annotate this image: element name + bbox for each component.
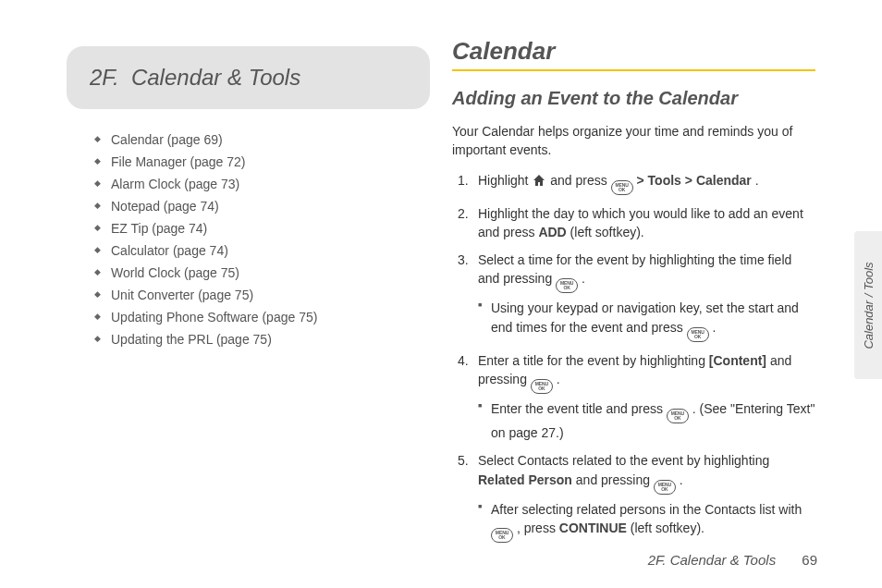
step-3: Select a time for the event by highlight… bbox=[458, 251, 815, 342]
step-text: Select a time for the event by highlight… bbox=[478, 252, 791, 286]
step-text: > bbox=[637, 173, 648, 188]
step-text: and pressing bbox=[576, 472, 654, 487]
calendar-label: Calendar bbox=[696, 173, 752, 188]
sub-text: After selecting related persons in the C… bbox=[491, 502, 802, 517]
left-column: 2F. Calendar & Tools Calendar (page 69) … bbox=[55, 37, 441, 560]
sub-text: . bbox=[713, 320, 717, 335]
right-column: Calendar Adding an Event to the Calendar… bbox=[441, 37, 827, 560]
main-title: Calendar bbox=[452, 37, 815, 71]
sub-list: After selecting related persons in the C… bbox=[478, 500, 815, 543]
toc-item: Alarm Clock (page 73) bbox=[94, 177, 430, 191]
page: 2F. Calendar & Tools Calendar (page 69) … bbox=[0, 0, 882, 588]
menu-ok-icon: MENUOK bbox=[667, 409, 689, 423]
continue-label: CONTINUE bbox=[559, 521, 627, 535]
related-person-label: Related Person bbox=[478, 472, 572, 487]
content-label: [Content] bbox=[709, 353, 766, 368]
step-text: > bbox=[685, 173, 696, 188]
main-subtitle: Adding an Event to the Calendar bbox=[452, 88, 815, 109]
step-text: Highlight bbox=[478, 173, 532, 188]
step-1: Highlight and press MENUOK > Tools > Cal… bbox=[458, 171, 815, 195]
toc-list: Calendar (page 69) File Manager (page 72… bbox=[67, 132, 430, 347]
add-label: ADD bbox=[538, 225, 566, 239]
step-text: . bbox=[557, 372, 560, 386]
step-text: Enter a title for the event by highlight… bbox=[478, 353, 709, 368]
steps-list: Highlight and press MENUOK > Tools > Cal… bbox=[452, 171, 815, 543]
toc-item: Updating Phone Software (page 75) bbox=[94, 310, 430, 325]
sub-item: Enter the event title and press MENUOK .… bbox=[478, 399, 815, 442]
menu-ok-icon: MENUOK bbox=[491, 528, 513, 543]
menu-ok-icon: MENUOK bbox=[531, 379, 553, 394]
page-number: 69 bbox=[802, 552, 817, 568]
sub-item: Using your keypad or navigation key, set… bbox=[478, 299, 815, 341]
step-text: Select Contacts related to the event by … bbox=[478, 453, 769, 468]
toc-item: Notepad (page 74) bbox=[94, 199, 430, 214]
side-tab-label: Calendar / Tools bbox=[862, 262, 876, 349]
toc-item: Unit Converter (page 75) bbox=[94, 288, 430, 302]
menu-ok-icon: MENUOK bbox=[687, 327, 709, 342]
step-text: . bbox=[755, 173, 759, 188]
section-header: 2F. Calendar & Tools bbox=[67, 46, 430, 109]
step-5: Select Contacts related to the event by … bbox=[458, 451, 815, 543]
step-text: . bbox=[680, 472, 683, 487]
sub-text: Using your keypad or navigation key, set… bbox=[491, 300, 799, 334]
menu-ok-icon: MENUOK bbox=[611, 180, 633, 195]
section-title-text: Calendar & Tools bbox=[131, 65, 300, 90]
toc-item: EZ Tip (page 74) bbox=[94, 221, 430, 236]
step-text: . bbox=[582, 271, 585, 286]
sub-text: , press bbox=[517, 521, 559, 535]
side-tab: Calendar / Tools bbox=[854, 231, 882, 379]
sub-item: After selecting related persons in the C… bbox=[478, 500, 815, 543]
sub-list: Using your keypad or navigation key, set… bbox=[478, 299, 815, 341]
step-text: and press bbox=[550, 173, 610, 188]
tools-label: Tools bbox=[648, 173, 681, 188]
home-icon bbox=[532, 173, 546, 188]
toc-item: File Manager (page 72) bbox=[94, 154, 430, 169]
footer: 2F. Calendar & Tools 69 bbox=[648, 552, 817, 568]
footer-label: 2F. Calendar & Tools bbox=[648, 552, 776, 568]
menu-ok-icon: MENUOK bbox=[556, 278, 578, 293]
step-4: Enter a title for the event by highlight… bbox=[458, 351, 815, 443]
toc-item: Calculator (page 74) bbox=[94, 243, 430, 258]
step-text: (left softkey). bbox=[570, 225, 644, 239]
step-2: Highlight the day to which you would lik… bbox=[458, 204, 815, 242]
sub-list: Enter the event title and press MENUOK .… bbox=[478, 399, 815, 442]
sub-text: (left softkey). bbox=[631, 521, 704, 535]
intro-text: Your Calendar helps organize your time a… bbox=[452, 122, 815, 160]
toc-item: Calendar (page 69) bbox=[94, 132, 430, 147]
sub-text: Enter the event title and press bbox=[491, 401, 667, 416]
toc-item: World Clock (page 75) bbox=[94, 265, 430, 280]
toc-item: Updating the PRL (page 75) bbox=[94, 332, 430, 347]
section-number: 2F. bbox=[90, 65, 119, 90]
menu-ok-icon: MENUOK bbox=[654, 480, 676, 495]
